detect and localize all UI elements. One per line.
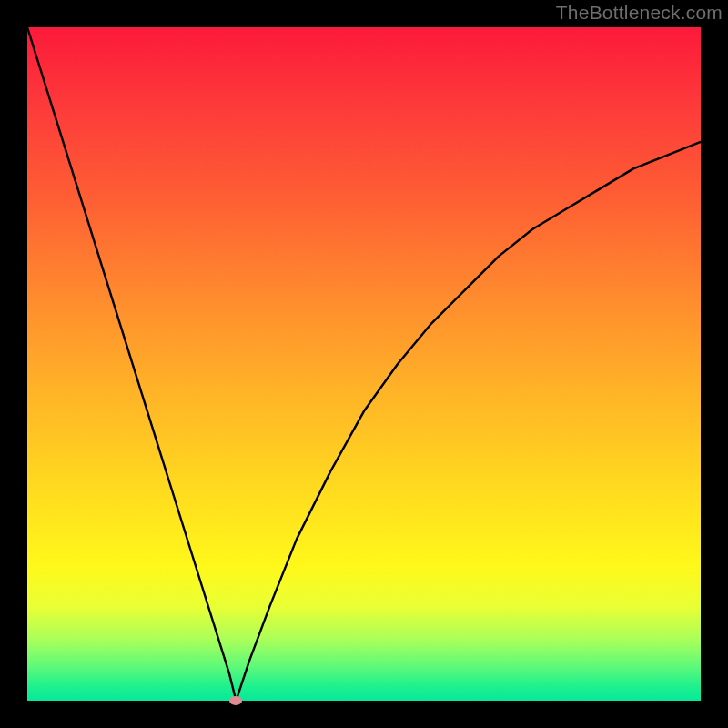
chart-plot-area bbox=[27, 27, 701, 701]
chart-frame: TheBottleneck.com bbox=[0, 0, 728, 728]
bottleneck-curve bbox=[27, 27, 701, 701]
minimum-marker bbox=[229, 696, 242, 705]
watermark-text: TheBottleneck.com bbox=[556, 2, 723, 24]
